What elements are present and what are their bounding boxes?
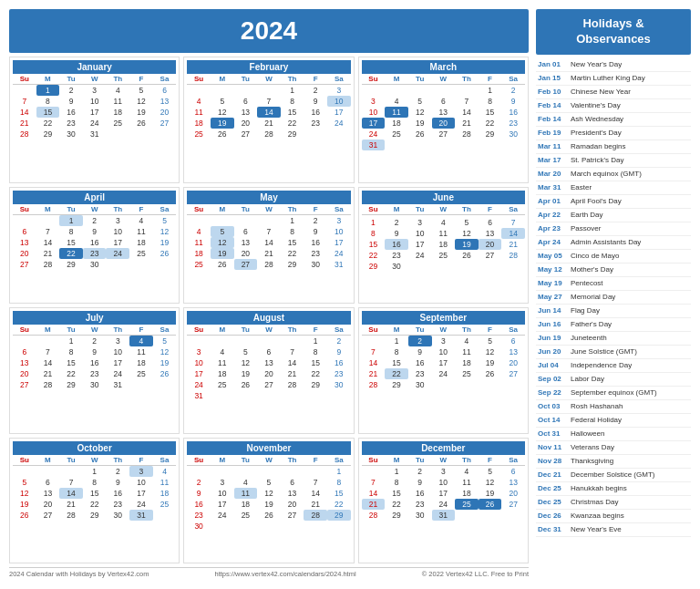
day-cell: 9 (408, 477, 432, 488)
day-header: Sa (153, 204, 177, 215)
holiday-name: Mother's Day (571, 264, 613, 275)
day-header: M (36, 204, 60, 215)
day-cell: 28 (304, 510, 327, 521)
holiday-name: Passover (571, 223, 601, 234)
day-cell: 21 (501, 239, 525, 250)
day-header: W (257, 204, 281, 215)
day-cell: 30 (187, 521, 211, 532)
day-cell: 14 (59, 488, 83, 499)
day-empty (187, 336, 211, 346)
holiday-item: Jun 19Juneteenth (536, 332, 691, 346)
holiday-item: Apr 24Admin Assistants Day (536, 236, 691, 250)
day-header: Su (362, 455, 386, 466)
day-cell: 27 (13, 259, 36, 270)
day-cell: 15 (281, 237, 304, 248)
day-header: Th (281, 455, 304, 466)
day-header: Tu (59, 74, 83, 85)
day-cell: 26 (129, 118, 153, 129)
day-cell: 22 (362, 250, 386, 261)
day-header: W (432, 455, 456, 466)
day-cell: 15 (385, 357, 408, 368)
day-header: Th (455, 204, 479, 215)
day-cell: 11 (106, 96, 129, 107)
day-cell: 3 (83, 85, 107, 96)
day-cell: 3 (106, 215, 129, 226)
day-cell: 23 (327, 368, 351, 379)
holiday-name: Memorial Day (571, 292, 615, 303)
day-cell: 5 (211, 226, 234, 237)
day-cell: 2 (408, 336, 432, 346)
day-cell: 25 (187, 129, 211, 140)
holiday-name: Veterans Day (571, 442, 614, 453)
day-cell: 22 (281, 118, 304, 129)
day-cell: 16 (327, 357, 351, 368)
day-cell: 19 (153, 237, 177, 248)
day-cell: 17 (129, 488, 153, 499)
day-header: W (257, 325, 281, 336)
day-header: F (129, 74, 153, 85)
day-cell: 27 (153, 118, 177, 129)
day-cell: 15 (83, 488, 107, 499)
day-cell: 24 (129, 499, 153, 510)
day-cell: 15 (304, 357, 327, 368)
holiday-date: Apr 23 (538, 223, 567, 234)
day-cell: 15 (59, 357, 83, 368)
day-cell: 20 (13, 248, 36, 259)
day-cell: 25 (385, 129, 408, 140)
day-cell: 29 (59, 379, 83, 390)
holiday-name: Hanukkah begins (571, 483, 627, 494)
day-cell: 5 (234, 346, 258, 357)
day-cell: 16 (59, 107, 83, 118)
day-cell: 20 (479, 239, 502, 250)
day-empty (187, 466, 211, 477)
day-header: Su (362, 74, 386, 85)
day-cell: 25 (432, 250, 456, 261)
day-header: Th (106, 74, 129, 85)
month-title-july: July (13, 311, 176, 325)
day-cell: 6 (479, 217, 502, 228)
day-cell: 13 (13, 237, 36, 248)
holiday-date: May 05 (538, 251, 567, 262)
day-cell: 8 (479, 96, 502, 107)
holiday-item: May 05Cinco de Mayo (536, 250, 691, 264)
holiday-item: Jan 01New Year's Day (536, 58, 691, 72)
holiday-name: Independence Day (571, 360, 632, 371)
holiday-date: Dec 21 (538, 470, 567, 480)
page: 2024 JanuarySuMTuWThFSa 1 2 3 4 5 6 7 8 … (0, 0, 700, 589)
day-cell: 27 (257, 379, 281, 390)
day-cell: 27 (234, 129, 258, 140)
day-cell: 1 (304, 336, 327, 346)
day-header: Tu (234, 455, 258, 466)
day-cell: 23 (83, 368, 107, 379)
day-empty (281, 466, 304, 477)
day-cell: 26 (211, 259, 234, 270)
day-cell: 2 (304, 215, 327, 226)
day-cell: 30 (408, 379, 432, 390)
day-cell: 26 (455, 250, 479, 261)
day-cell: 17 (106, 237, 129, 248)
day-cell: 6 (234, 96, 258, 107)
day-cell: 5 (479, 466, 502, 477)
day-cell: 26 (234, 379, 258, 390)
day-cell: 27 (281, 510, 304, 521)
day-header: F (479, 455, 502, 466)
day-cell: 17 (432, 488, 456, 499)
day-cell: 11 (129, 226, 153, 237)
footer-right: © 2022 Vertex42 LLC. Free to Print (422, 570, 529, 578)
day-cell: 25 (455, 499, 479, 510)
holiday-item: Sep 22September equinox (GMT) (536, 387, 691, 400)
day-cell: 31 (432, 510, 456, 521)
day-header: Su (13, 74, 36, 85)
day-cell: 21 (281, 368, 304, 379)
holiday-name: September equinox (GMT) (571, 388, 657, 398)
day-header: Th (106, 204, 129, 215)
day-cell: 22 (327, 499, 351, 510)
day-cell: 8 (362, 228, 386, 239)
holiday-name: Labor Day (571, 374, 604, 385)
day-cell: 7 (13, 96, 36, 107)
day-header: Su (187, 325, 211, 336)
day-cell: 30 (327, 379, 351, 390)
day-cell: 13 (36, 488, 60, 499)
day-cell: 2 (501, 85, 525, 96)
month-title-november: November (187, 441, 350, 455)
